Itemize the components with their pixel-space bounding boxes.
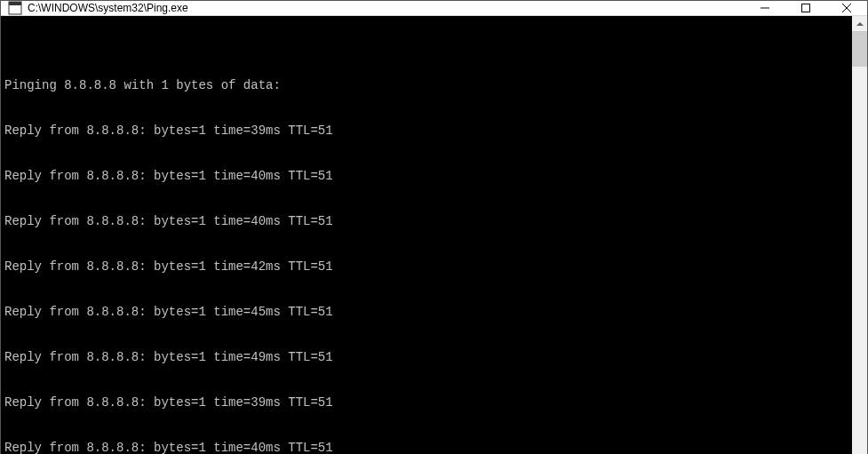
console-line: Reply from 8.8.8.8: bytes=1 time=39ms TT… — [4, 123, 848, 139]
scroll-up-button[interactable] — [852, 16, 867, 31]
console-line: Reply from 8.8.8.8: bytes=1 time=45ms TT… — [4, 305, 848, 320]
minimize-button[interactable] — [745, 1, 785, 15]
window-title: C:\WINDOWS\system32\Ping.exe — [28, 2, 745, 14]
console-line: Reply from 8.8.8.8: bytes=1 time=42ms TT… — [4, 259, 848, 275]
console-line: Reply from 8.8.8.8: bytes=1 time=39ms TT… — [4, 395, 848, 410]
svg-marker-6 — [856, 22, 864, 26]
console-line: Reply from 8.8.8.8: bytes=1 time=40ms TT… — [4, 214, 848, 229]
console-line: Reply from 8.8.8.8: bytes=1 time=40ms TT… — [4, 441, 848, 454]
svg-rect-1 — [9, 2, 21, 5]
close-button[interactable] — [826, 1, 867, 15]
vertical-scrollbar[interactable] — [852, 16, 867, 454]
scroll-thumb[interactable] — [852, 31, 867, 67]
window-controls — [745, 1, 867, 15]
maximize-button[interactable] — [785, 1, 826, 15]
console-line: Pinging 8.8.8.8 with 1 bytes of data: — [4, 78, 848, 93]
titlebar[interactable]: C:\WINDOWS\system32\Ping.exe — [1, 1, 867, 16]
console-line: Reply from 8.8.8.8: bytes=1 time=49ms TT… — [4, 350, 848, 365]
svg-rect-3 — [802, 4, 810, 12]
console-line: Reply from 8.8.8.8: bytes=1 time=40ms TT… — [4, 169, 848, 184]
console-window: C:\WINDOWS\system32\Ping.exe Pinging 8.8… — [0, 0, 868, 454]
scroll-track[interactable] — [852, 31, 867, 454]
app-icon — [8, 1, 22, 15]
console-area: Pinging 8.8.8.8 with 1 bytes of data: Re… — [1, 16, 867, 454]
console-output[interactable]: Pinging 8.8.8.8 with 1 bytes of data: Re… — [1, 16, 852, 454]
